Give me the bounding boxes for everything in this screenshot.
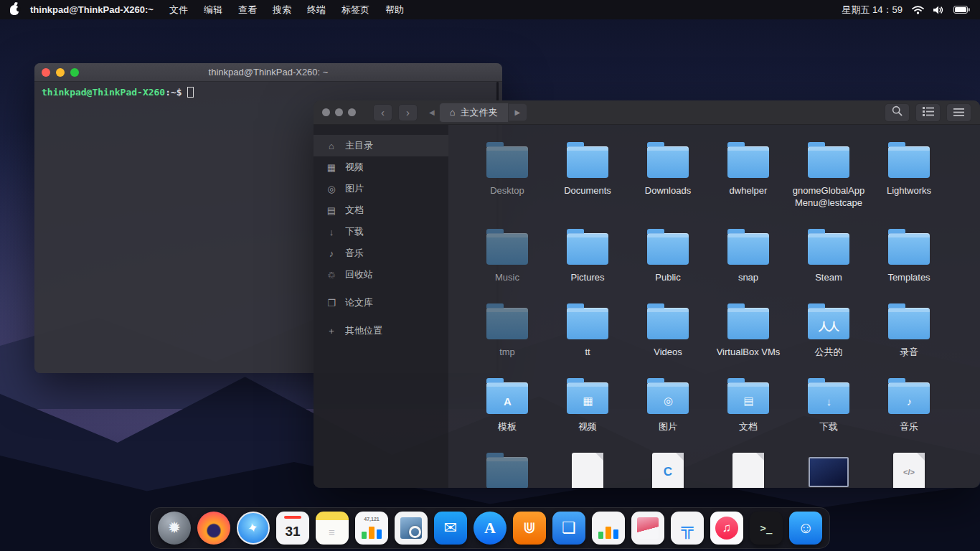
folder-item[interactable]: Pictures [547,225,628,283]
dock-books[interactable]: ⋓ [513,512,546,545]
folder-item[interactable]: ▦视频 [547,374,628,433]
file-label: Videos [654,346,682,358]
minimize-button[interactable] [56,68,65,77]
mail-glyph: ✉ [444,520,457,536]
terminal-titlebar[interactable]: thinkpad@ThinkPad-X260: ~ [34,63,502,82]
folder-item[interactable]: Steam [788,225,869,283]
folder-item[interactable]: 人人公共的 [788,299,869,358]
calendar-icon: 31 [276,512,309,545]
minimize-button[interactable] [335,108,343,116]
breadcrumb[interactable]: ⌂ 主文件夹 [439,103,509,123]
menubar-menu-3[interactable]: 搜索 [273,4,291,17]
apple-menu-icon[interactable] [10,5,19,15]
headerbar-actions [885,103,971,122]
download-icon: ↓ [326,227,337,237]
file-item[interactable] [547,448,628,488]
folder-item[interactable]: Downloads [628,138,708,209]
forward-button[interactable]: › [398,104,418,121]
dock-terminal[interactable]: >_ [750,512,783,545]
dock-notes[interactable]: ≡ [316,512,349,545]
keynote-icon: ╦ [671,512,704,545]
folder-item[interactable]: Music [467,225,547,283]
file-item[interactable]: C [628,448,708,488]
menubar-menu-4[interactable]: 终端 [307,4,326,17]
dock-calendar[interactable]: 31 [276,512,309,545]
folder-item[interactable]: ◎图片 [628,374,708,433]
close-button[interactable] [42,68,50,77]
close-button[interactable] [322,108,330,116]
menubar-menu-1[interactable]: 编辑 [204,4,222,17]
dock-keynote[interactable]: ╦ [671,512,704,545]
sidebar-item[interactable]: ▦视频 [314,156,448,178]
folder-item[interactable]: ↓下载 [788,374,869,433]
dock-chart[interactable] [592,512,625,545]
search-button[interactable] [885,103,910,122]
dock-photos[interactable] [631,512,664,545]
path-forward-button[interactable]: ▶ [509,103,528,121]
wifi-icon[interactable] [912,6,924,14]
view-toggle-button[interactable] [915,103,941,122]
people-emblem-icon: 人人 [808,314,849,339]
battery-icon[interactable] [953,6,970,14]
folder-item[interactable]: VirtualBox VMs [708,299,788,358]
folder-item[interactable]: Public [628,225,708,283]
folder-item[interactable]: Documents [547,138,628,209]
folder-item[interactable]: ♪音乐 [869,374,949,433]
bar [377,529,382,539]
dock-app-store[interactable]: A [473,512,507,545]
dock-music[interactable]: ♫ [710,512,743,545]
music-icon: ♪ [326,248,337,259]
video-emblem-icon: ▦ [567,388,608,414]
maximize-button[interactable] [348,108,356,116]
folder-item[interactable]: ▤文档 [708,374,788,433]
folder-item[interactable]: snap [708,225,788,283]
path-collapse-icon[interactable]: ◀ [429,108,435,116]
menubar-menu-6[interactable]: 帮助 [385,4,404,17]
dock-launchpad[interactable]: ✹ [158,512,191,545]
file-item[interactable]: </> [869,448,949,488]
folder-item[interactable]: Templates [869,225,949,283]
sidebar-item[interactable]: ❐论文库 [314,292,448,314]
back-button[interactable]: ‹ [373,104,392,121]
folder-item[interactable]: 录音 [869,299,949,358]
dock-mail[interactable]: ✉ [434,512,467,545]
dock-documents[interactable]: ❏ [552,512,585,545]
sidebar-item[interactable]: ↓下载 [314,221,448,242]
menubar-menu-5[interactable]: 标签页 [341,4,369,17]
music-icon: ♫ [710,512,743,545]
folder-item[interactable] [467,448,547,488]
dock-safari[interactable]: ✦ [237,512,270,545]
menubar-menus: 文件编辑查看搜索终端标签页帮助 [169,4,404,17]
terminal-prompt-path: :~$ [165,87,182,98]
menubar-clock[interactable]: 星期五 14：59 [842,4,903,17]
sidebar-item[interactable]: ♲回收站 [314,264,448,286]
folder-item[interactable]: dwhelper [708,138,788,209]
dock-stocks[interactable]: 47,121 [355,512,388,545]
dock-preview[interactable] [395,512,428,545]
file-item[interactable] [788,448,869,488]
menubar-menu-0[interactable]: 文件 [169,4,188,17]
file-item[interactable] [708,448,788,488]
volume-icon[interactable] [933,6,944,14]
firefox-icon [197,512,230,545]
menubar-menu-2[interactable]: 查看 [238,4,257,17]
dock-firefox[interactable] [197,512,230,545]
folder-item[interactable]: Desktop [467,138,547,209]
sidebar-item[interactable]: ⌂主目录 [314,135,448,156]
folder-item[interactable]: Lightworks [869,138,949,209]
folder-item[interactable]: tt [547,299,628,358]
folder-item[interactable]: gnomeGlobalAppMenu@lestcape [788,138,869,209]
sidebar-item[interactable]: ◎图片 [314,178,448,199]
dock-finder[interactable]: ☺ [789,512,822,545]
sidebar-item[interactable]: ♪音乐 [314,242,448,264]
menu-button[interactable] [946,103,971,122]
folder-item[interactable]: A模板 [467,374,547,433]
file-manager-headerbar[interactable]: ‹ › ◀ ⌂ 主文件夹 ▶ [314,100,980,125]
file-manager-body: ⌂主目录▦视频◎图片▤文档↓下载♪音乐♲回收站❐论文库+其他位置 Desktop… [314,125,980,488]
sidebar-item[interactable]: ▤文档 [314,199,448,221]
maximize-button[interactable] [70,68,79,77]
plus-icon: + [326,326,337,336]
folder-item[interactable]: tmp [467,299,547,358]
sidebar-item[interactable]: +其他位置 [314,320,448,342]
folder-item[interactable]: Videos [628,299,708,358]
